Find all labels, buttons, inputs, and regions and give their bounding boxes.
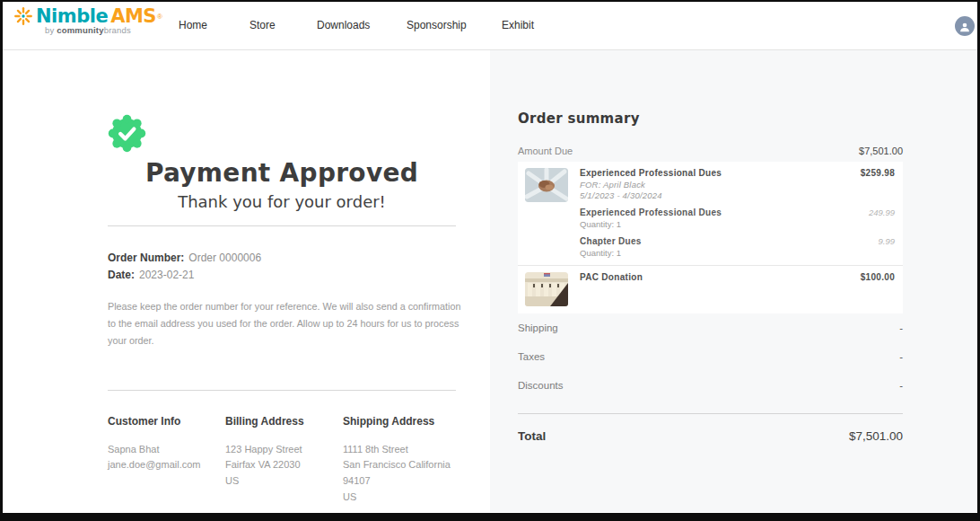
sub-item-price: 249.99 bbox=[869, 208, 895, 217]
taxes-label: Taxes bbox=[518, 351, 545, 362]
order-summary-title: Order summary bbox=[518, 50, 903, 127]
order-meta: Order Number:Order 0000006 Date:2023-02-… bbox=[108, 250, 456, 283]
shipping-country: US bbox=[343, 490, 456, 506]
top-nav-bar: Nimble AMS ® by communitybrands Home Sto… bbox=[3, 2, 977, 50]
sub-item-chapter-dues: Chapter Dues Quantity: 1 9.99 bbox=[580, 236, 895, 258]
sub-item-title: Chapter Dues bbox=[580, 236, 642, 246]
taxes-row: Taxes - bbox=[518, 351, 903, 362]
discounts-row: Discounts - bbox=[518, 380, 903, 391]
item-price: $259.98 bbox=[861, 168, 895, 178]
order-summary-panel: Order summary Amount Due $7,501.00 bbox=[490, 50, 977, 512]
line-items-card: Experienced Professional Dues $259.98 FO… bbox=[518, 162, 903, 313]
order-number-label: Order Number: bbox=[108, 252, 184, 264]
billing-address-block: Billing Address 123 Happy Street Fairfax… bbox=[225, 415, 343, 505]
sub-item-quantity: Quantity: 1 bbox=[580, 219, 722, 229]
logo-text-nimble: Nimble bbox=[36, 5, 108, 27]
amount-due-label: Amount Due bbox=[518, 146, 573, 156]
sub-item-professional-dues: Experienced Professional Dues Quantity: … bbox=[580, 208, 895, 229]
order-date-row: Date:2023-02-21 bbox=[108, 267, 456, 284]
divider bbox=[108, 390, 456, 391]
nav-item-home[interactable]: Home bbox=[179, 19, 207, 31]
billing-country: US bbox=[225, 473, 343, 490]
order-date-label: Date: bbox=[108, 269, 135, 281]
billing-city: Fairfax VA 22030 bbox=[225, 457, 343, 473]
amount-due-row: Amount Due $7,501.00 bbox=[518, 146, 903, 156]
registered-mark: ® bbox=[157, 13, 162, 21]
item-title: Experienced Professional Dues bbox=[580, 168, 722, 178]
order-number-value: Order 0000006 bbox=[188, 252, 261, 264]
nav-item-sponsorship[interactable]: Sponsorship bbox=[407, 19, 467, 31]
checkout-confirmation-page: Nimble AMS ® by communitybrands Home Sto… bbox=[0, 0, 980, 521]
discounts-label: Discounts bbox=[518, 380, 564, 391]
shipping-label: Shipping bbox=[518, 322, 558, 333]
customer-info-title: Customer Info bbox=[108, 415, 225, 428]
shipping-value: - bbox=[899, 322, 903, 333]
billing-street: 123 Happy Street bbox=[225, 442, 343, 458]
payment-approved-title: Payment Approved bbox=[108, 158, 456, 188]
nimble-ams-logo[interactable]: Nimble AMS ® by communitybrands bbox=[13, 5, 162, 35]
discounts-value: - bbox=[899, 380, 903, 391]
shipping-address-block: Shipping Address 1111 8th Street San Fra… bbox=[343, 415, 456, 505]
shipping-row: Shipping - bbox=[518, 322, 903, 333]
approved-check-seal-icon bbox=[108, 114, 146, 153]
person-icon bbox=[958, 21, 971, 33]
summary-rows: Shipping - Taxes - Discounts - bbox=[518, 322, 903, 391]
item-for-line: FOR: April Black bbox=[580, 180, 895, 190]
customer-name: Sapna Bhat bbox=[108, 442, 225, 458]
confirmation-panel: Payment Approved Thank you for your orde… bbox=[3, 50, 490, 512]
line-item-dues: Experienced Professional Dues $259.98 FO… bbox=[518, 162, 903, 265]
order-date-value: 2023-02-21 bbox=[139, 269, 194, 281]
item-date-range: 5/1/2023 - 4/30/2024 bbox=[580, 190, 895, 200]
total-label: Total bbox=[518, 429, 546, 443]
sub-item-quantity: Quantity: 1 bbox=[580, 248, 642, 258]
item-price: $100.00 bbox=[861, 272, 895, 282]
starburst-logo-icon bbox=[13, 6, 33, 26]
shipping-street: 1111 8th Street bbox=[343, 442, 456, 458]
amount-due-value: $7,501.00 bbox=[859, 146, 903, 156]
customer-email: jane.doe@gmail.com bbox=[108, 457, 225, 473]
user-avatar-button[interactable] bbox=[955, 16, 975, 36]
logo-text-ams: AMS bbox=[110, 5, 156, 27]
shipping-address-title: Shipping Address bbox=[343, 415, 456, 428]
item-title: PAC Donation bbox=[580, 272, 643, 282]
main-content: Payment Approved Thank you for your orde… bbox=[3, 50, 977, 512]
shipping-zip: 94107 bbox=[343, 473, 456, 490]
billing-address-title: Billing Address bbox=[225, 415, 343, 428]
address-section: Customer Info Sapna Bhat jane.doe@gmail.… bbox=[108, 415, 456, 505]
thank-you-subtitle: Thank you for your order! bbox=[108, 192, 456, 211]
government-building-photo bbox=[525, 272, 568, 306]
customer-info-block: Customer Info Sapna Bhat jane.doe@gmail.… bbox=[108, 415, 225, 505]
order-number-row: Order Number:Order 0000006 bbox=[108, 250, 456, 267]
nav-item-store[interactable]: Store bbox=[249, 19, 276, 31]
shipping-city: San Francisco California bbox=[343, 457, 456, 473]
taxes-value: - bbox=[899, 351, 903, 362]
total-row: Total $7,501.00 bbox=[518, 429, 903, 443]
divider bbox=[518, 413, 903, 414]
confirmation-note: Please keep the order number for your re… bbox=[108, 298, 467, 349]
divider bbox=[108, 225, 456, 226]
nav-item-downloads[interactable]: Downloads bbox=[317, 19, 370, 31]
sub-item-title: Experienced Professional Dues bbox=[580, 208, 722, 217]
nav-item-exhibit[interactable]: Exhibit bbox=[502, 19, 534, 31]
line-item-pac-donation: PAC Donation $100.00 bbox=[518, 265, 903, 313]
total-value: $7,501.00 bbox=[849, 429, 903, 443]
hands-teamwork-photo bbox=[525, 168, 568, 202]
sub-item-price: 9.99 bbox=[879, 236, 896, 246]
